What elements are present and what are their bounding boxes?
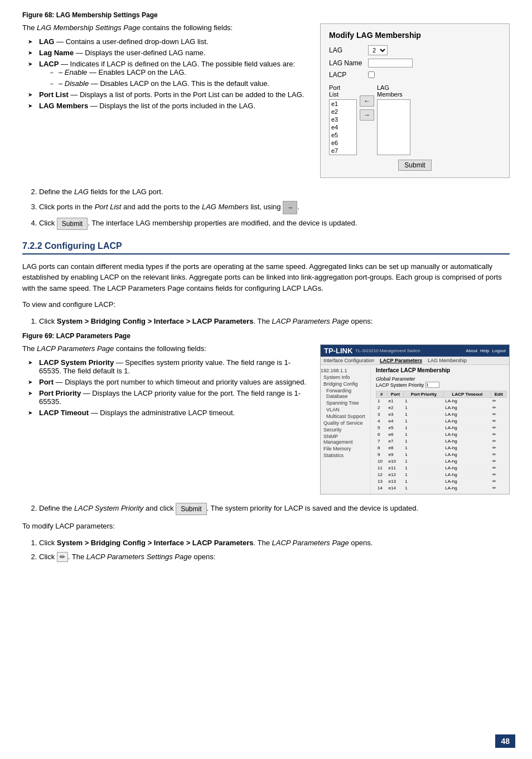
lag-label: LAG [329,46,368,54]
nav-interface-config[interactable]: Interface Configuration [323,358,374,363]
page-number: 48 [495,734,515,748]
table-row: 11e111LA-hg✏ [376,465,507,472]
port-e4[interactable]: e4 [330,123,356,131]
table-row: 2e21LA-hg✏ [376,405,507,411]
lacp-priority-row: LACP System Priority [376,382,507,388]
lacp-main: Interface LACP Membership Global Paramet… [374,365,509,494]
bullet-port: Port — Displays the port number to which… [28,378,309,386]
logout-link[interactable]: Logout [492,348,506,353]
port-e6[interactable]: e6 [330,139,356,147]
lacp-checkbox[interactable] [368,71,375,78]
nav-lag-membership[interactable]: LAG Membership [428,358,467,363]
figure69-section: The LACP Parameters Page contains the fo… [22,344,510,494]
lagname-input[interactable] [368,59,413,68]
col-edit: Edit [491,391,506,398]
lacp-disable: – Disable — Disables LACP on the LAG. Th… [50,79,309,88]
bullet-lag: LAG — Contains a user-defined drop-down … [28,37,309,46]
col-num: # [376,391,388,398]
bullet-port-priority: Port Priority — Displays the LACP priori… [28,389,309,406]
nav-lacp-params[interactable]: LACP Parameters [380,358,422,363]
port-list-col: PortList e1 e2 e3 e4 e5 e6 e7 e8 [329,84,357,155]
step-modify-2: Click ✏. The LACP Parameters Settings Pa… [39,551,510,563]
tl-sg3210-label: TL-SG3210 Management Switch [355,348,420,353]
lacp-header: TP-LINK TL-SG3210 Management Switch Abou… [321,345,509,357]
figure68-left: The LAG Membership Settings Page contain… [22,23,309,178]
col-lacp-timeout: LACP Timeout [444,391,491,398]
lacp-sidebar: 192.168.1.1 System Info Bridging Config … [321,365,371,494]
bullet-lagname: Lag Name — Displays the user-defined LAG… [28,49,309,57]
section722-para2: To view and configure LACP: [22,299,510,310]
section722-para1: LAG ports can contain different media ty… [22,261,510,294]
arrow-right-button[interactable]: → [360,109,374,121]
bullet-lacp-priority: LACP System Priority — Specifies system … [28,358,309,375]
inline-arrow-icon: → [283,201,297,214]
step-modify-1: Click System > Bridging Config > Interfa… [39,537,510,549]
port-e8[interactable]: e8 [330,155,356,155]
figure68-label: Figure 68: LAG Membership Settings Page [22,11,510,19]
section722-header: 7.2.2 Configuring LACP [22,241,510,254]
lacp-main-title: Interface LACP Membership [376,367,507,373]
lacp-table: # Port Port Priority LACP Timeout Edit 1… [376,391,507,492]
figure68-bullets: LAG — Contains a user-defined drop-down … [28,37,309,110]
lacp-sublist: – Enable — Enables LACP on the LAG. – Di… [50,68,309,88]
sidebar-bridging-config[interactable]: Bridging Config [321,381,368,387]
sidebar-192: 192.168.1.1 [321,367,368,374]
lacp-nav: Interface Configuration LACP Parameters … [321,357,509,365]
bullet-lacp: LACP — Indicates if LACP is defined on t… [28,60,309,88]
lacp-screenshot: TP-LINK TL-SG3210 Management Switch Abou… [320,344,510,494]
edit-icon-inline[interactable]: ✏ [57,552,68,562]
sidebar-statistics[interactable]: Statistics [321,452,368,459]
sidebar-qos[interactable]: Quality of Service [321,420,368,426]
lacp-screenshot-figure: TP-LINK TL-SG3210 Management Switch Abou… [320,344,510,494]
lag-members-listbox[interactable] [377,99,410,155]
section722-steps-view: Click System > Bridging Config > Interfa… [39,316,510,327]
lag-box-title: Modify LAG Membership [329,31,501,40]
sidebar-security[interactable]: Security [321,426,368,433]
help-link[interactable]: Help [480,348,489,353]
port-e7[interactable]: e7 [330,147,356,155]
lacp-enable: – Enable — Enables LACP on the LAG. [50,68,309,76]
sidebar-system-info[interactable]: System Info [321,374,368,381]
lacp-system-priority-label: LACP System Priority [376,382,424,388]
port-e2[interactable]: e2 [330,108,356,116]
sidebar-spanning-tree[interactable]: Spanning Tree [321,400,368,406]
port-e5[interactable]: e5 [330,131,356,139]
submit-button[interactable]: Submit [398,160,431,171]
sidebar-vlan[interactable]: VLAN [321,406,368,413]
lacp-label: LACP [329,71,368,79]
global-param-section: Global Parameter LACP System Priority [376,376,507,388]
tp-link-logo: TP-LINK [324,347,352,355]
bullet-portlist: Port List — Displays a list of ports. Po… [28,90,309,99]
click-label-2: Click [39,553,55,561]
about-link[interactable]: About [466,348,477,353]
table-row: 6e61LA-hg✏ [376,431,507,438]
figure69-left: The LACP Parameters Page contains the fo… [22,344,309,494]
table-row: 3e31LA-hg✏ [376,411,507,418]
port-members-area: PortList e1 e2 e3 e4 e5 e6 e7 e8 ← → [329,84,501,155]
step-2: Define the LAG fields for the LAG port. [39,186,510,198]
table-row: 12e121LA-hg✏ [376,472,507,478]
port-listbox[interactable]: e1 e2 e3 e4 e5 e6 e7 e8 [329,99,357,155]
inline-submit-2[interactable]: Submit [176,503,206,515]
modify-lacp-title: To modify LACP parameters: [22,521,510,532]
sidebar-multicast[interactable]: Multicast Support [321,413,368,420]
step-view-1: Click System > Bridging Config > Interfa… [39,316,510,327]
port-e3[interactable]: e3 [330,116,356,123]
inline-submit-button[interactable]: Submit [57,218,88,230]
step-define: Define the LACP System Priority and clic… [39,503,510,515]
table-row: 4e41LA-hg✏ [376,418,507,425]
port-e1[interactable]: e1 [330,100,356,108]
sidebar-snmp[interactable]: SNMP Management [321,433,368,445]
col-port-priority: Port Priority [404,391,444,398]
sidebar-fwd-db[interactable]: Forwarding Database [321,387,368,400]
lagname-row: LAG Name [329,59,501,68]
table-row: 9e91LA-hg✏ [376,451,507,458]
arrow-left-button[interactable]: ← [360,95,374,107]
lacp-body: 192.168.1.1 System Info Bridging Config … [321,365,509,494]
table-row: 5e51LA-hg✏ [376,425,507,431]
lacp-priority-input[interactable] [425,382,439,388]
lag-select[interactable]: 2 [368,45,388,55]
table-row: 8e81LA-hg✏ [376,445,507,451]
sidebar-file-memory[interactable]: File Memory [321,445,368,452]
step-3: Click ports in the Port List and add the… [39,201,510,214]
